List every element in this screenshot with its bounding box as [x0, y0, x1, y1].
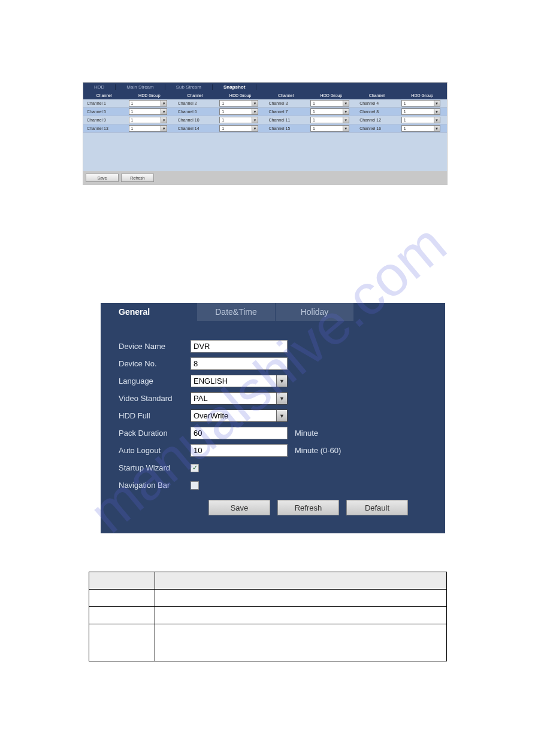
select-value: 1 — [313, 125, 315, 133]
select-value: 1 — [313, 116, 315, 125]
hdd-group-select[interactable]: 1▼ — [401, 125, 440, 132]
default-button[interactable]: Default — [346, 500, 408, 515]
input-pack-duration[interactable]: 60 — [191, 427, 288, 439]
select-value: 1 — [313, 99, 315, 108]
hdd-group-select[interactable]: 1▼ — [310, 125, 349, 132]
select-value: 1 — [404, 125, 406, 133]
hdd-group-cell: 1▼ — [398, 125, 447, 132]
chevron-down-icon: ▼ — [252, 117, 258, 123]
hdd-group-select[interactable]: 1▼ — [401, 108, 440, 115]
save-button[interactable]: Save — [208, 500, 270, 515]
th-channel: Channel — [356, 92, 397, 99]
form-area: Device Name DVR Device No. 8 Language EN… — [101, 321, 445, 521]
chevron-down-icon: ▼ — [276, 375, 287, 387]
tab-snapshot[interactable]: Snapshot — [213, 84, 256, 90]
chevron-down-icon: ▼ — [161, 117, 167, 123]
hdd-group-cell: 1▼ — [398, 116, 447, 124]
hdd-group-select[interactable]: 1▼ — [129, 108, 168, 115]
hdd-group-select[interactable]: 1▼ — [401, 117, 440, 123]
channel-cell: Channel 10 — [174, 116, 216, 124]
cell — [155, 572, 447, 590]
checkbox-startup-wizard[interactable]: ✓ — [191, 464, 199, 472]
chevron-down-icon: ▼ — [252, 109, 258, 114]
refresh-button[interactable]: Refresh — [277, 500, 339, 515]
tab-hdd[interactable]: HDD — [83, 84, 116, 90]
select-value: PAL — [194, 394, 208, 403]
select-value: 1 — [222, 116, 224, 125]
select-value: 1 — [404, 99, 406, 108]
chevron-down-icon: ▼ — [276, 393, 287, 404]
tab-main-stream[interactable]: Main Stream — [116, 84, 165, 90]
hdd-group-select[interactable]: 1▼ — [219, 125, 258, 132]
hdd-snapshot-panel: HDD Main Stream Sub Stream Snapshot Chan… — [83, 82, 448, 185]
channel-cell: Channel 7 — [265, 108, 307, 116]
input-device-no[interactable]: 8 — [191, 357, 288, 370]
hdd-group-select[interactable]: 1▼ — [401, 100, 440, 107]
hdd-group-cell: 1▼ — [125, 116, 174, 124]
table-row — [89, 607, 447, 624]
chevron-down-icon: ▼ — [434, 117, 440, 123]
hdd-group-cell: 1▼ — [307, 108, 356, 116]
cell — [89, 590, 155, 607]
th-hdd-group: HDD Group — [397, 92, 447, 99]
hdd-group-select[interactable]: 1▼ — [129, 125, 168, 132]
input-device-name[interactable]: DVR — [191, 340, 288, 353]
hdd-group-select[interactable]: 1▼ — [310, 108, 349, 115]
select-value: 1 — [222, 108, 224, 116]
input-auto-logout[interactable]: 10 — [191, 444, 288, 457]
table-row — [89, 624, 447, 661]
checkbox-navigation-bar[interactable] — [191, 481, 199, 490]
select-value: 1 — [404, 116, 406, 125]
channel-cell: Channel 6 — [174, 108, 216, 116]
table-header: Channel HDD Group Channel HDD Group Chan… — [83, 92, 447, 99]
select-language[interactable]: ENGLISH▼ — [191, 375, 288, 387]
hdd-group-select[interactable]: 1▼ — [310, 100, 349, 107]
table-row — [89, 572, 447, 590]
cell — [155, 624, 447, 661]
tab-holiday[interactable]: Holiday — [276, 303, 353, 321]
save-button[interactable]: Save — [86, 174, 119, 182]
label-language: Language — [119, 377, 191, 385]
hdd-group-cell: 1▼ — [216, 108, 265, 116]
tab-general[interactable]: General — [101, 303, 197, 321]
table-row — [89, 590, 447, 607]
channel-cell: Channel 9 — [83, 116, 125, 124]
select-value: 1 — [131, 99, 134, 108]
table-row: Channel 91▼Channel 101▼Channel 111▼Chann… — [83, 116, 447, 125]
label-startup-wizard: Startup Wizard — [119, 463, 191, 472]
chevron-down-icon: ▼ — [161, 126, 167, 131]
select-hdd-full[interactable]: OverWrite▼ — [191, 409, 288, 422]
chevron-down-icon: ▼ — [434, 126, 440, 131]
panel2-tabs: General Date&Time Holiday — [101, 303, 445, 321]
row-hdd-full: HDD Full OverWrite▼ — [119, 407, 427, 424]
hdd-group-cell: 1▼ — [307, 116, 356, 124]
panel1-buttons: Save Refresh — [83, 171, 447, 184]
hdd-group-select[interactable]: 1▼ — [129, 100, 168, 107]
select-value: 1 — [131, 125, 134, 133]
table-body[interactable]: Channel 11▼Channel 21▼Channel 31▼Channel… — [83, 99, 447, 171]
tab-date-time[interactable]: Date&Time — [197, 303, 275, 321]
hdd-group-select[interactable]: 1▼ — [219, 108, 258, 115]
cell — [155, 590, 447, 607]
hdd-group-select[interactable]: 1▼ — [310, 117, 349, 123]
channel-cell: Channel 3 — [265, 99, 307, 107]
hdd-group-select[interactable]: 1▼ — [129, 117, 168, 123]
hdd-group-cell: 1▼ — [307, 99, 356, 107]
row-pack-duration: Pack Duration 60 Minute — [119, 424, 427, 442]
channel-cell: Channel 11 — [265, 116, 307, 124]
th-channel: Channel — [265, 92, 307, 99]
refresh-button[interactable]: Refresh — [121, 174, 154, 182]
select-value: 1 — [222, 125, 224, 133]
select-video-standard[interactable]: PAL▼ — [191, 392, 288, 405]
table-row: Channel 51▼Channel 61▼Channel 71▼Channel… — [83, 108, 447, 116]
hdd-group-select[interactable]: 1▼ — [219, 100, 258, 107]
select-value: 1 — [131, 108, 134, 116]
panel1-tabs: HDD Main Stream Sub Stream Snapshot — [83, 83, 447, 92]
tab-sub-stream[interactable]: Sub Stream — [165, 84, 213, 90]
label-pack-duration: Pack Duration — [119, 429, 191, 438]
channel-cell: Channel 8 — [356, 108, 398, 116]
table-row: Channel 11▼Channel 21▼Channel 31▼Channel… — [83, 99, 447, 108]
suffix-minute: Minute — [295, 429, 318, 438]
hdd-group-select[interactable]: 1▼ — [219, 117, 258, 123]
row-video-standard: Video Standard PAL▼ — [119, 390, 427, 407]
